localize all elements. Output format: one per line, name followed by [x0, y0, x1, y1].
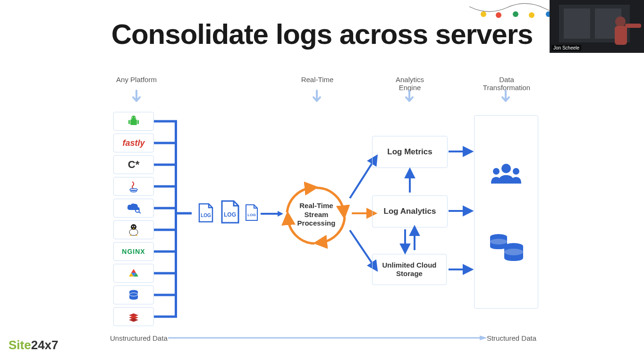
svg-rect-23: [175, 120, 177, 318]
col-label-platform: Any Platform: [115, 76, 158, 84]
col-label-realtime: Real-Time: [298, 76, 336, 84]
android-icon: [127, 115, 140, 127]
footer-arrow: [168, 336, 487, 340]
slide-title: Consolidate logs across servers: [0, 18, 644, 50]
footer-right-label: Structured Data: [487, 334, 536, 342]
platform-cassandra: C*: [113, 155, 154, 174]
platform-android: [113, 112, 154, 131]
svg-rect-10: [137, 120, 139, 124]
cloud-search-icon: [126, 202, 141, 214]
redis-icon: [127, 311, 140, 322]
webcam-thumbnail: Jon Scheele: [550, 0, 644, 53]
down-arrow-icon: [131, 91, 142, 105]
cloud-storage-box: Unlimited Cloud Storage: [372, 254, 447, 285]
log-file-icon: LOG: [197, 203, 214, 224]
footer-left-label: Unstructured Data: [110, 334, 168, 342]
svg-point-11: [132, 117, 133, 118]
platform-redis: [113, 307, 154, 326]
svg-point-49: [493, 168, 500, 175]
platform-database: [113, 285, 154, 304]
svg-line-39: [350, 158, 375, 198]
svg-rect-61: [615, 26, 627, 45]
arrow-right-icon: [261, 210, 284, 218]
svg-point-50: [513, 168, 519, 175]
svg-rect-58: [564, 8, 590, 39]
svg-point-54: [504, 249, 523, 255]
col-label-transform: Data Transformation: [476, 76, 537, 92]
svg-rect-9: [128, 120, 130, 124]
svg-point-12: [135, 117, 136, 118]
engine-link-arrows: [400, 168, 419, 254]
data-transformation-box: [474, 115, 538, 309]
svg-point-48: [501, 164, 511, 173]
svg-point-1: [496, 12, 501, 18]
svg-line-41: [350, 230, 375, 268]
platform-fastly: fastly: [113, 134, 154, 152]
svg-point-17: [129, 229, 138, 235]
down-arrow-icon: [312, 91, 322, 105]
down-arrow-icon: [500, 91, 511, 105]
svg-point-8: [131, 116, 136, 120]
svg-text:LOG: LOG: [224, 211, 236, 218]
log-file-icon: LOG: [220, 200, 240, 225]
svg-point-0: [481, 11, 486, 17]
platform-linux: [113, 220, 154, 239]
stream-processing-node: Real-Time Stream Processing: [283, 184, 349, 245]
platform-gcp: [113, 264, 154, 283]
svg-point-20: [134, 226, 135, 227]
stream-processing-label: Real-Time Stream Processing: [283, 184, 349, 245]
svg-rect-62: [625, 24, 641, 28]
databases-icon: [486, 232, 526, 262]
platform-nginx: NGINX: [113, 242, 154, 261]
svg-point-60: [615, 17, 626, 27]
svg-text:LOG: LOG: [247, 213, 255, 217]
svg-text:LOG: LOG: [201, 213, 211, 218]
platform-bus: [154, 112, 192, 326]
webcam-name-label: Jon Scheele: [551, 45, 581, 51]
database-icon: [128, 289, 139, 301]
java-icon: [128, 180, 139, 193]
svg-line-16: [139, 212, 141, 213]
brand-logo: Site24x7: [8, 338, 59, 353]
engine-to-output-arrows: [449, 146, 475, 283]
users-icon: [490, 162, 523, 187]
log-file-icon: LOG: [245, 204, 259, 222]
svg-point-3: [529, 12, 534, 18]
down-arrow-icon: [404, 91, 415, 105]
platform-java: [113, 177, 154, 196]
col-label-analytics: Analytics Engine: [386, 76, 433, 92]
svg-point-52: [490, 239, 507, 244]
svg-point-19: [132, 226, 133, 227]
svg-point-2: [513, 11, 518, 17]
log-metrics-box: Log Metrics: [372, 136, 448, 168]
gcp-icon: [128, 268, 139, 278]
linux-icon: [128, 223, 139, 236]
platform-cloud-search: [113, 199, 154, 218]
